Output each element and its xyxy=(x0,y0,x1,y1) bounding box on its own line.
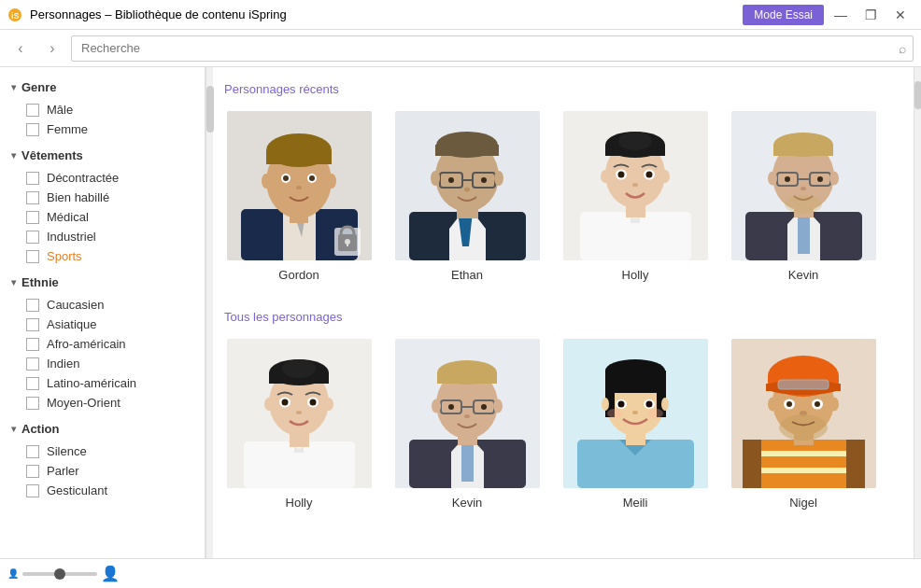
kevin-recent-avatar xyxy=(731,111,876,260)
indien-label: Indien xyxy=(47,357,79,371)
moyen-orient-checkbox[interactable] xyxy=(26,397,39,410)
holly-recent-name: Holly xyxy=(622,268,649,282)
size-slider[interactable] xyxy=(22,572,97,576)
holly-all-name: Holly xyxy=(286,496,313,510)
svg-point-73 xyxy=(801,187,806,190)
holly-recent-image xyxy=(563,111,708,260)
maximize-button[interactable]: ❐ xyxy=(857,2,884,28)
svg-point-40 xyxy=(494,171,503,186)
gesticulant-checkbox[interactable] xyxy=(26,484,39,497)
female-checkbox[interactable] xyxy=(26,123,39,136)
content-scrollbar[interactable] xyxy=(914,67,921,558)
gesticulant-label: Gesticulant xyxy=(47,483,107,497)
search-input[interactable] xyxy=(71,35,914,62)
svg-point-53 xyxy=(632,183,638,187)
character-card-holly-all[interactable]: Holly xyxy=(224,339,374,510)
svg-point-37 xyxy=(481,177,487,183)
filter-item-medical[interactable]: Médical xyxy=(0,207,205,227)
filter-item-male[interactable]: Mâle xyxy=(0,100,205,119)
sidebar-scrollbar-thumb[interactable] xyxy=(206,86,214,133)
filter-section-header-action[interactable]: ▾ Action xyxy=(0,416,205,441)
character-card-ethan[interactable]: Ethan xyxy=(392,111,542,282)
decontractee-checkbox[interactable] xyxy=(26,172,39,185)
close-button[interactable]: ✕ xyxy=(887,2,914,28)
svg-point-75 xyxy=(829,172,839,186)
content-scrollbar-thumb[interactable] xyxy=(914,81,921,109)
svg-point-76 xyxy=(785,195,822,214)
chevron-down-icon-vetements: ▾ xyxy=(11,150,16,161)
male-checkbox[interactable] xyxy=(26,104,39,117)
minimize-button[interactable]: — xyxy=(828,2,854,28)
ethan-image xyxy=(395,111,540,260)
kevin-recent-image xyxy=(731,111,876,260)
filter-item-silence[interactable]: Silence xyxy=(0,441,205,461)
svg-rect-16 xyxy=(290,214,308,223)
filter-item-parler[interactable]: Parler xyxy=(0,461,205,481)
mode-essai-button[interactable]: Mode Essai xyxy=(743,5,824,25)
filter-item-industriel[interactable]: Industriel xyxy=(0,227,205,246)
svg-point-128 xyxy=(648,409,663,418)
nigel-name: Nigel xyxy=(789,496,817,510)
svg-point-125 xyxy=(602,398,609,411)
svg-point-108 xyxy=(432,399,441,413)
filter-item-afro-americain[interactable]: Afro-américain xyxy=(0,334,205,354)
character-card-nigel[interactable]: Nigel xyxy=(729,339,878,510)
afro-americain-checkbox[interactable] xyxy=(26,338,39,351)
filter-item-indien[interactable]: Indien xyxy=(0,354,205,373)
industriel-label: Industriel xyxy=(47,230,96,244)
filter-item-sports[interactable]: Sports xyxy=(0,246,205,266)
latino-checkbox[interactable] xyxy=(26,377,39,390)
svg-rect-101 xyxy=(437,372,497,384)
character-card-kevin-all[interactable]: Kevin xyxy=(392,339,542,510)
filter-item-caucasien[interactable]: Caucasien xyxy=(0,295,205,315)
industriel-checkbox[interactable] xyxy=(26,231,39,244)
filter-item-asiatique[interactable]: Asiatique xyxy=(0,315,205,334)
filter-item-decontractee[interactable]: Décontractée xyxy=(0,168,205,188)
sidebar-scrollbar[interactable] xyxy=(205,67,213,558)
svg-point-144 xyxy=(786,401,792,407)
indien-checkbox[interactable] xyxy=(26,357,39,371)
svg-rect-59 xyxy=(798,212,810,254)
medical-label: Médical xyxy=(47,210,89,224)
ethan-name: Ethan xyxy=(451,268,483,282)
svg-point-72 xyxy=(817,176,823,182)
silence-checkbox[interactable] xyxy=(26,445,39,458)
app-icon: iS xyxy=(7,7,22,22)
svg-point-124 xyxy=(632,411,638,414)
svg-point-15 xyxy=(327,174,336,189)
svg-point-39 xyxy=(431,171,440,186)
parler-checkbox[interactable] xyxy=(26,465,39,478)
filter-section-genre: ▾ Genre Mâle Femme xyxy=(0,75,205,139)
forward-button[interactable]: › xyxy=(39,35,65,62)
parler-label: Parler xyxy=(47,464,79,478)
svg-point-107 xyxy=(464,414,470,418)
filter-section-header-vetements[interactable]: ▾ Vêtements xyxy=(0,143,205,168)
svg-point-89 xyxy=(296,411,302,414)
titlebar: iS Personnages – Bibliothèque de contenu… xyxy=(0,0,921,30)
bien-habille-checkbox[interactable] xyxy=(26,191,39,204)
svg-text:iS: iS xyxy=(11,11,20,21)
filter-item-moyen-orient[interactable]: Moyen-Orient xyxy=(0,393,205,413)
svg-point-90 xyxy=(264,398,274,411)
medical-checkbox[interactable] xyxy=(26,211,39,224)
filter-item-latino[interactable]: Latino-américain xyxy=(0,373,205,393)
caucasien-checkbox[interactable] xyxy=(26,299,39,312)
character-card-kevin-recent[interactable]: Kevin xyxy=(729,111,878,282)
decontractee-label: Décontractée xyxy=(47,171,119,185)
filter-item-bien-habille[interactable]: Bien habillé xyxy=(0,188,205,207)
filter-section-header-ethnie[interactable]: ▾ Ethnie xyxy=(0,270,205,295)
filter-item-gesticulant[interactable]: Gesticulant xyxy=(0,481,205,500)
afro-americain-label: Afro-américain xyxy=(47,337,126,351)
asiatique-checkbox[interactable] xyxy=(26,318,39,331)
filter-item-female[interactable]: Femme xyxy=(0,119,205,139)
back-button[interactable]: ‹ xyxy=(7,35,34,62)
character-card-gordon[interactable]: Gordon xyxy=(224,111,374,282)
sports-checkbox[interactable] xyxy=(26,250,39,263)
character-card-meili[interactable]: Meili xyxy=(560,339,710,510)
svg-rect-8 xyxy=(266,150,332,164)
character-card-holly-recent[interactable]: Holly xyxy=(560,111,710,282)
action-label: Action xyxy=(21,422,59,436)
svg-point-74 xyxy=(768,172,777,186)
filter-section-header-genre[interactable]: ▾ Genre xyxy=(0,75,205,100)
svg-rect-30 xyxy=(435,145,499,156)
